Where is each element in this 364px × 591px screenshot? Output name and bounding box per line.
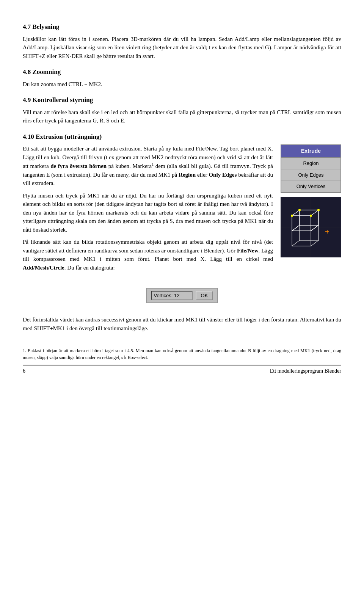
heading-410: 4.10 Extrusion (utträngning) xyxy=(23,132,341,142)
footer-bar: 6 Ett modelleringsprogram Blender xyxy=(23,365,341,375)
heading-49: 4.9 Kontrollerad styrning xyxy=(23,95,341,105)
heading-47: 4.7 Belysning xyxy=(23,22,341,32)
para-47-1: Ljuskällor kan lätt föras in i scenen. P… xyxy=(23,35,341,61)
svg-point-17 xyxy=(298,209,301,211)
footer-title: Ett modelleringsprogram Blender xyxy=(270,367,341,375)
vertices-dialog: OK xyxy=(146,288,218,303)
extrude-menu-only-vertices[interactable]: Only Vertices xyxy=(281,181,340,192)
footnote-divider xyxy=(23,344,99,344)
section-410: 4.10 Extrusion (utträngning) Extrude Reg… xyxy=(23,132,341,276)
svg-point-16 xyxy=(310,215,312,217)
para-48-1: Du kan zooma med CTRL + MK2. xyxy=(23,80,341,89)
dialog-center: OK xyxy=(23,282,341,309)
svg-point-18 xyxy=(317,209,320,211)
para-49-1: Vill man att rörelse bara skall ske i en… xyxy=(23,108,341,125)
svg-point-15 xyxy=(291,215,293,217)
cube-3d-image xyxy=(281,197,341,257)
para-dialog-text: Det förinställda värdet kan ändras succe… xyxy=(23,315,341,332)
footnote-text: 1. Enklast i början är att markera ett h… xyxy=(23,347,341,361)
extrude-menu-header[interactable]: Extrude xyxy=(281,145,340,158)
page-content: 4.7 Belysning Ljuskällor kan lätt föras … xyxy=(0,0,364,386)
extrude-menu-only-edges[interactable]: Only Edges xyxy=(281,169,340,181)
section-47: 4.7 Belysning Ljuskällor kan lätt föras … xyxy=(23,22,341,60)
heading-48: 4.8 Zoomning xyxy=(23,67,341,77)
vertices-input[interactable] xyxy=(151,291,193,300)
page-number: 6 xyxy=(23,367,25,375)
ok-button[interactable]: OK xyxy=(196,291,213,300)
extrude-menu-region[interactable]: Region xyxy=(281,158,340,169)
section-49: 4.9 Kontrollerad styrning Vill man att r… xyxy=(23,95,341,125)
extrude-menu: Extrude Region Only Edges Only Vertices xyxy=(281,144,341,193)
section-48: 4.8 Zoomning Du kan zooma med CTRL + MK2… xyxy=(23,67,341,88)
extrude-panel: Extrude Region Only Edges Only Vertices xyxy=(281,144,341,257)
